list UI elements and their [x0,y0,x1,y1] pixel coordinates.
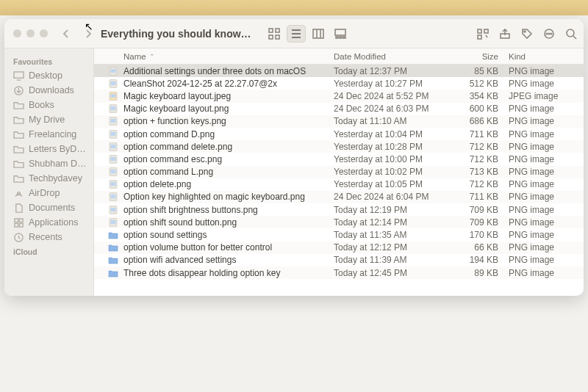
file-row[interactable]: Magic keyboard layout.jpeg24 Dec 2024 at… [94,90,584,102]
more-menu-button[interactable] [539,25,559,43]
svg-rect-31 [15,223,18,227]
svg-rect-7 [313,29,323,38]
group-menu-button[interactable] [473,25,492,43]
file-name: option sound settings [123,230,334,240]
svg-rect-1 [276,29,279,32]
file-row[interactable]: option wifi advanced settingsToday at 11… [94,254,584,266]
sidebar-item[interactable]: Techbydavey [9,171,89,186]
svg-point-18 [524,31,526,32]
file-kind: PNG image [509,167,584,177]
sidebar-item[interactable]: Downloads [9,83,89,98]
sidebar-item-label: AirDrop [29,188,60,198]
file-row[interactable]: Three dots disappear holding option keyT… [94,266,584,279]
minimize-button[interactable] [26,29,35,37]
sidebar-item[interactable]: Applications [9,215,89,230]
sidebar-item[interactable]: AirDrop [9,186,89,200]
sidebar-item-label: Books [29,100,54,110]
svg-rect-41 [111,106,116,110]
file-row[interactable]: option sound settingsToday at 11:35 AM17… [94,228,584,241]
svg-rect-51 [111,170,116,173]
svg-rect-57 [111,208,116,211]
file-name: option shift brightness buttons.png [123,205,334,215]
file-kind: PNG image [509,205,584,215]
file-row[interactable]: option + function keys.pngToday at 11:10… [94,115,584,128]
file-kind: PNG image [509,268,584,278]
column-header-size[interactable]: Size [450,52,509,61]
file-type-icon [107,79,119,88]
file-rows[interactable]: Additional settings under three dots on … [94,65,584,296]
finder-toolbar: Everything you should know… [4,19,584,48]
file-size: 85 KB [450,66,509,76]
file-name: Three dots disappear holding option key [123,268,334,278]
file-date: Today at 11:35 AM [334,230,450,240]
file-type-icon [107,117,119,126]
file-row[interactable]: Additional settings under three dots on … [94,65,584,77]
file-row[interactable]: option volume button for better controlT… [94,242,584,254]
file-size: 686 KB [450,116,509,126]
folder-icon [13,101,24,110]
file-row[interactable]: Magic keyboard layout.png24 Dec 2024 at … [94,103,584,115]
file-row[interactable]: option command L.pngYesterday at 10:02 P… [94,166,584,178]
column-headers: Name⌃ Date Modified Size Kind [94,48,584,65]
sidebar-item[interactable]: Books [9,98,89,112]
column-header-date[interactable]: Date Modified [334,52,450,61]
close-button[interactable] [13,29,21,37]
file-row[interactable]: Option key highlighted on magic keyboard… [94,191,584,203]
file-date: 24 Dec 2024 at 6:04 PM [334,192,450,202]
zoom-button[interactable] [40,29,48,37]
sidebar-item-label: Letters ByD… [29,144,86,154]
share-button[interactable] [495,25,514,43]
sidebar-item[interactable]: Shubham D… [9,156,89,171]
file-name: option shift sound button.png [123,217,334,228]
sidebar-item[interactable]: Letters ByD… [9,142,89,156]
svg-rect-13 [343,37,345,38]
svg-rect-59 [111,220,116,224]
file-row[interactable]: option command delete.pngYesterday at 10… [94,140,584,153]
file-row[interactable]: option shift sound button.pngToday at 12… [94,216,584,228]
sidebar-item[interactable]: My Drive [9,112,89,127]
file-name: option command delete.png [123,142,334,152]
sidebar-item[interactable]: Freelancing [9,127,89,142]
doc-icon [13,203,24,213]
back-button[interactable] [61,29,71,39]
file-date: Today at 12:45 PM [334,268,450,278]
file-row[interactable]: option command esc.pngYesterday at 10:00… [94,153,584,165]
svg-rect-35 [111,69,116,73]
file-name: option wifi advanced settings [123,255,334,265]
file-row[interactable]: CleanShot 2024-12-25 at 22.27.07@2xYeste… [94,77,584,90]
column-view-button[interactable] [309,25,328,43]
sidebar-item[interactable]: Recents [9,230,89,244]
sidebar-item[interactable]: Documents [9,200,89,215]
file-size: 712 KB [450,179,509,189]
svg-rect-47 [111,145,116,148]
file-size: 600 KB [450,104,509,114]
sidebar-item[interactable]: Desktop [9,68,89,83]
macos-menubar[interactable] [0,0,588,15]
file-row[interactable]: option command D.pngYesterday at 10:04 P… [94,128,584,140]
svg-rect-10 [335,29,345,35]
tag-button[interactable] [517,25,537,43]
file-kind: PNG image [509,116,584,126]
list-view-button[interactable] [287,25,306,43]
file-row[interactable]: option delete.pngYesterday at 10:05 PM71… [94,178,584,191]
file-size: 709 KB [450,205,509,215]
file-kind: PNG image [509,255,584,265]
gallery-view-button[interactable] [331,25,350,43]
file-date: Today at 12:19 PM [334,205,450,215]
search-button[interactable] [562,25,581,43]
file-kind: PNG image [509,104,584,114]
folder-icon [13,130,24,139]
forward-button[interactable] [83,29,93,39]
sidebar-item-label: Documents [29,203,75,213]
file-size: 170 KB [450,230,509,240]
file-name: Option key highlighted on magic keyboard… [123,192,334,202]
file-kind: JPEG image [509,91,584,101]
icon-view-button[interactable] [265,25,284,43]
airdrop-icon [13,189,24,198]
file-kind: PNG image [509,154,584,164]
svg-rect-11 [336,37,338,38]
column-header-kind[interactable]: Kind [509,52,584,61]
clock-icon [13,233,24,242]
column-header-name[interactable]: Name⌃ [94,52,334,61]
file-row[interactable]: option shift brightness buttons.pngToday… [94,203,584,216]
